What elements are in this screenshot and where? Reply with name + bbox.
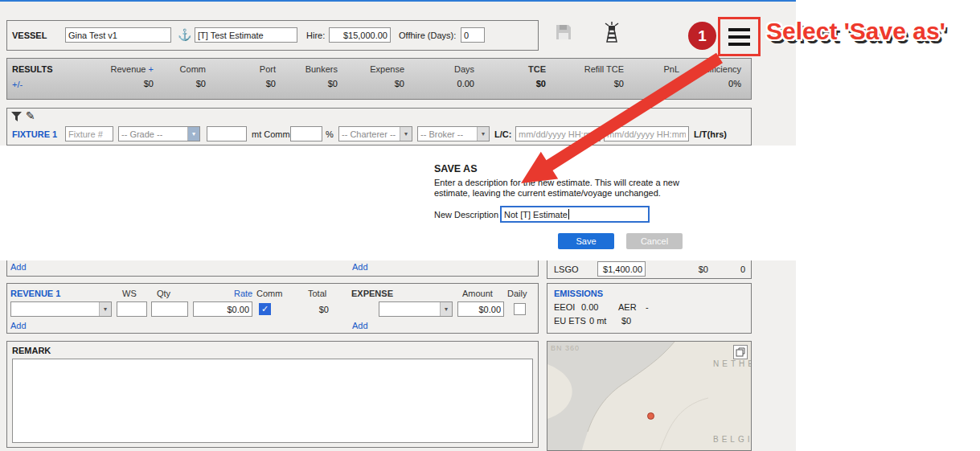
results-column-value: $0 [208,79,276,88]
amount-header: Amount [462,289,493,298]
window-top-accent [0,0,796,2]
lighthouse-icon[interactable] [601,21,622,45]
save-button[interactable]: Save [558,233,614,249]
estimate-name-input[interactable] [195,27,297,43]
eeoi-label: EEOI [554,302,575,312]
ws-input[interactable] [117,301,147,317]
save-as-dialog-description: Enter a description for the new estimate… [434,178,690,199]
revenue-expense-panel: REVENUE 1 WS Qty Rate Comm Total ▾ ✓ $0 … [6,283,539,334]
revenue-total-value: $0 [305,305,329,314]
hire-input[interactable] [329,27,391,43]
map-country-label-belgium: BELGI [713,435,752,444]
fixture-comm-input[interactable] [290,126,322,141]
rate-header-link[interactable]: Rate [234,289,252,298]
new-description-value: Not [T] Estimate [504,210,568,219]
step-badge: 1 [688,22,716,50]
remark-textarea[interactable] [12,359,533,443]
results-expand-toggle[interactable]: +/- [12,80,23,89]
aer-value: - [646,302,649,312]
bunker-qty-value: 0 [726,264,745,274]
save-icon[interactable] [555,23,572,43]
ws-header: WS [122,289,137,298]
results-column-pnl: PnL [626,64,679,88]
map-panel[interactable]: BN 360 NETHE BELGI [547,341,752,451]
results-column-label: PnL [626,64,679,74]
results-revenue-plus[interactable]: + [149,64,154,74]
expense-add-link[interactable]: Add [352,321,368,330]
new-description-label: New Description [434,210,498,219]
total-header: Total [308,289,326,298]
expense-type-select[interactable]: ▾ [379,301,453,317]
results-column-port: Port $0 [208,64,276,88]
chevron-down-icon: ▾ [99,302,111,316]
filter-icon[interactable] [11,112,22,123]
results-bar: RESULTS +/- Revenue + $0 Comm $0 Port $0… [6,58,752,100]
fixture-panel: ✎ FIXTURE 1 -- Grade -- ▾ mt Comm % -- C… [6,108,752,146]
qty-header: Qty [157,289,170,298]
revenue-type-select[interactable]: ▾ [10,301,112,317]
vessel-position-marker[interactable] [647,412,654,420]
eeoi-value: 0.00 [581,302,598,312]
broker-select-value: -- Broker -- [420,129,463,139]
rate-input[interactable] [193,301,252,317]
expand-icon [736,347,745,357]
cancel-button[interactable]: Cancel [626,233,683,249]
expand-map-button[interactable] [733,345,748,359]
mt-comm-label: mt Comm [252,129,290,139]
revenue-qty-input[interactable] [151,301,188,317]
eu-ets-qty: 0 mt [589,316,606,326]
new-description-input[interactable]: Not [T] Estimate [500,206,650,223]
edit-icon[interactable]: ✎ [26,109,35,122]
port-add-link[interactable]: Add [10,262,27,272]
aer-label: AER [618,302,637,312]
eu-ets-label: EU ETS [554,316,586,326]
save-as-dialog-title: SAVE AS [434,163,478,174]
results-column-value: $0 [548,79,624,88]
laycan-label: L/C: [494,129,511,139]
grade-select[interactable]: -- Grade -- ▾ [118,126,200,141]
results-column-label: Expense [340,64,404,74]
results-column-revenue: Revenue + $0 [84,64,154,88]
results-column-value: $0 [278,79,338,88]
results-column-label: Comm [156,64,206,74]
hamburger-menu-icon[interactable] [728,28,750,46]
results-column-value: 0% [682,79,741,88]
laycan-to-input[interactable] [604,126,689,141]
offhire-input[interactable] [461,27,485,43]
results-column-value: $0 [84,79,154,88]
results-column-efficiency: Efficiency 0% [682,64,741,88]
vessel-label: VESSEL [12,31,47,40]
map-watermark: BN 360 [551,344,580,352]
results-column-comm: Comm $0 [156,64,206,88]
expense-amount-input[interactable] [457,301,504,317]
revenue-add-link[interactable]: Add [10,321,27,330]
bunker-cost-value: $0 [676,264,708,274]
results-column-value: $0 [156,79,206,88]
broker-select[interactable]: -- Broker -- ▾ [417,126,490,141]
map-image [547,342,751,450]
expense-title: EXPENSE [351,289,393,298]
results-title: RESULTS [12,64,53,74]
laycan-from-input[interactable] [515,126,601,141]
results-column-tce: TCE $0 [477,64,546,88]
daily-checkbox[interactable] [514,303,526,315]
bunker-price-input[interactable] [597,261,646,277]
emissions-title: EMISSIONS [554,289,603,298]
results-column-value: $0 [477,79,546,88]
menu-highlight-box [718,17,761,56]
map-country-label-netherlands: NETHE [713,359,752,368]
offhire-label: Offhire (Days): [399,31,456,40]
charterer-select-value: -- Charterer -- [342,129,396,139]
charterer-select[interactable]: -- Charterer -- ▾ [338,126,412,141]
fixture-number-input[interactable] [65,126,113,141]
fixture-qty-input[interactable] [207,126,247,141]
anchor-icon[interactable]: ⚓ [178,28,191,41]
results-column-expense: Expense $0 [340,64,404,88]
vessel-name-input[interactable] [65,27,171,43]
grade-select-value: -- Grade -- [121,129,162,139]
port-add-link-2[interactable]: Add [352,262,368,272]
eu-ets-cost: $0 [621,316,631,326]
chevron-down-icon: ▾ [187,127,199,141]
results-column-bunkers: Bunkers $0 [278,64,338,88]
comm-checkbox[interactable]: ✓ [259,303,271,315]
